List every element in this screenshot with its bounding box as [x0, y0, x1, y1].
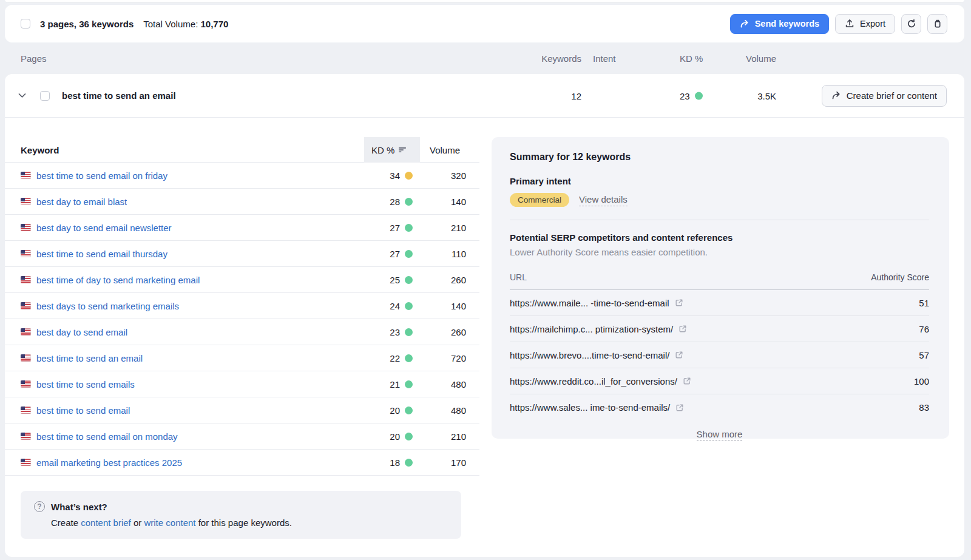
select-all-checkbox[interactable] [21, 19, 30, 29]
collapse-chevron-icon[interactable] [18, 93, 32, 98]
total-volume: Total Volume: 10,770 [143, 19, 228, 29]
export-button[interactable]: Export [835, 14, 895, 34]
send-arrow-icon [740, 19, 749, 29]
kd-dot [405, 459, 413, 467]
kd-value: 34 [390, 170, 400, 181]
us-flag-icon [21, 407, 31, 414]
competitor-row: https://www.reddit.co...il_for_conversio… [510, 368, 929, 394]
kd-value: 27 [390, 249, 400, 259]
kd-dot [405, 276, 413, 284]
keyword-link[interactable]: best time to send emails [36, 379, 135, 390]
serp-competitors-subtitle: Lower Authority Score means easier compe… [510, 247, 929, 257]
kd-dot [405, 354, 413, 362]
intent-badge: Commercial [510, 193, 569, 207]
authority-score-value: 51 [919, 298, 929, 308]
volume-value: 210 [420, 431, 479, 442]
view-details-link[interactable]: View details [579, 194, 628, 206]
total-volume-value: 10,770 [200, 19, 228, 29]
keyword-table-header: Keyword KD % Volume [5, 137, 479, 163]
external-link-icon[interactable] [678, 325, 687, 333]
kd-dot [405, 224, 413, 232]
page-checkbox[interactable] [40, 91, 50, 101]
content-brief-link[interactable]: content brief [81, 518, 131, 528]
authority-score-column-header: Authority Score [871, 272, 929, 282]
page-kd-value: 23 [680, 90, 690, 101]
page-title[interactable]: best time to send an email [62, 90, 176, 101]
competitor-url: https://www.brevo....time-to-send-email/ [510, 350, 669, 360]
kd-value: 18 [390, 457, 400, 468]
us-flag-icon [21, 224, 31, 231]
competitor-url: https://mailchimp.c... ptimization-syste… [510, 324, 673, 334]
keyword-link[interactable]: best day to send email newsletter [36, 223, 172, 233]
keyword-link[interactable]: email marketing best practices 2025 [36, 457, 182, 468]
kd-dot [405, 407, 413, 414]
kd-value: 25 [390, 275, 400, 285]
pages-header-row: Pages Keywords Intent KD % Volume [5, 42, 964, 74]
keyword-header: Keyword [5, 145, 364, 155]
volume-value: 140 [420, 301, 479, 311]
external-link-icon[interactable] [675, 299, 683, 307]
summary-panel: Summary for 12 keywords Primary intent C… [492, 137, 949, 439]
volume-value: 260 [420, 275, 479, 285]
whats-next-title: What’s next? [51, 502, 107, 512]
kd-value: 28 [390, 197, 400, 207]
external-link-icon[interactable] [683, 377, 691, 385]
trash-icon [933, 19, 942, 29]
previous-card-edge [5, 0, 964, 3]
us-flag-icon [21, 459, 31, 466]
us-flag-icon [21, 380, 31, 388]
competitor-row: https://www.maile... -time-to-send-email… [510, 290, 929, 316]
delete-button[interactable] [927, 14, 947, 34]
kd-value: 20 [390, 431, 400, 442]
keyword-link[interactable]: best days to send marketing emails [36, 301, 179, 311]
write-content-link[interactable]: write content [144, 518, 195, 528]
send-keywords-button[interactable]: Send keywords [730, 14, 829, 34]
keyword-row: best days to send marketing emails24140 [5, 293, 479, 319]
sort-descending-icon [399, 147, 407, 153]
intent-column-header: Intent [593, 53, 616, 64]
page-row: best time to send an email 12 23 3.5K Cr… [5, 74, 964, 118]
volume-value: 110 [420, 249, 479, 259]
competitor-url: https://www.maile... -time-to-send-email [510, 298, 669, 308]
keyword-table-body: best time to send email on friday34320be… [5, 163, 479, 476]
kd-sort-header[interactable]: KD % [364, 137, 420, 163]
refresh-button[interactable] [901, 14, 921, 34]
whats-next-text: Create content brief or write content fo… [51, 518, 448, 528]
selection-summary: 3 pages, 36 keywords [40, 19, 134, 29]
kd-dot [405, 328, 413, 336]
us-flag-icon [21, 198, 31, 205]
us-flag-icon [21, 433, 31, 440]
us-flag-icon [21, 328, 31, 336]
whats-next-box: ? What’s next? Create content brief or w… [21, 491, 461, 539]
us-flag-icon [21, 250, 31, 257]
create-brief-button[interactable]: Create brief or content [822, 85, 947, 107]
external-link-icon[interactable] [675, 351, 683, 359]
kd-dot [405, 198, 413, 206]
competitor-table-body: https://www.maile... -time-to-send-email… [510, 290, 929, 420]
keyword-link[interactable]: best time to send email [36, 405, 130, 416]
pages-column-header: Pages [5, 53, 47, 64]
toolbar: 3 pages, 36 keywords Total Volume: 10,77… [5, 5, 964, 42]
keyword-link[interactable]: best time to send email thursday [36, 249, 167, 259]
keyword-link[interactable]: best time to send email on friday [36, 170, 167, 181]
keyword-link[interactable]: best time of day to send marketing email [36, 275, 200, 285]
keyword-row: best time to send email thursday27110 [5, 241, 479, 267]
keyword-link[interactable]: best day to email blast [36, 197, 127, 207]
keyword-row: best time to send an email22720 [5, 345, 479, 371]
keyword-link[interactable]: best time to send email on monday [36, 431, 178, 442]
primary-intent-label: Primary intent [510, 176, 929, 186]
competitor-url: https://www.sales... ime-to-send-emails/ [510, 402, 670, 413]
show-more-link[interactable]: Show more [697, 429, 743, 441]
volume-value: 170 [420, 457, 479, 468]
page-keywords-count: 12 [571, 90, 581, 101]
kd-dot [405, 172, 413, 180]
us-flag-icon [21, 354, 31, 362]
kd-dot [405, 302, 413, 310]
summary-divider [510, 220, 929, 220]
keyword-link[interactable]: best day to send email [36, 327, 127, 337]
external-link-icon[interactable] [675, 403, 684, 412]
keywords-column-header: Keywords [541, 53, 581, 64]
keyword-link[interactable]: best time to send an email [36, 353, 143, 363]
volume-header: Volume [420, 145, 479, 155]
keyword-row: best time to send emails21480 [5, 371, 479, 397]
